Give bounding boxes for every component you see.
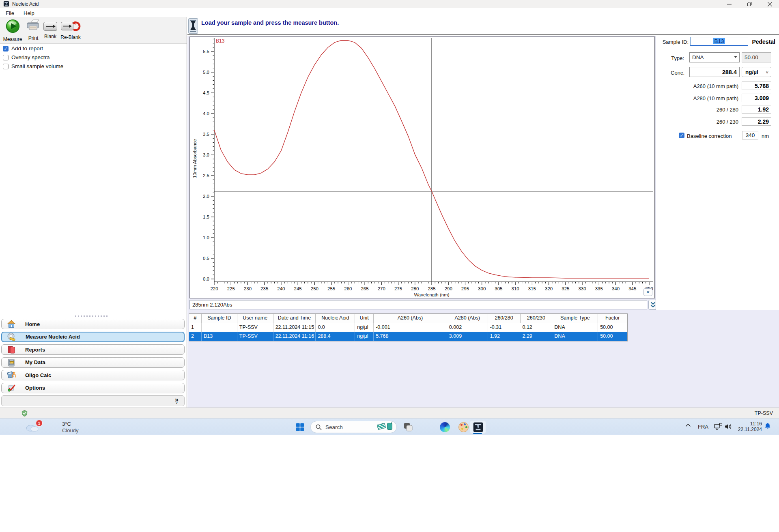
- a260-label: A260 (10 mm path): [656, 83, 738, 89]
- table-cell: 5.768: [374, 332, 447, 341]
- search-placeholder: Search: [325, 424, 343, 430]
- sidebar-item-home[interactable]: Home: [1, 319, 185, 329]
- reblank-button[interactable]: Re-Blank: [59, 19, 82, 43]
- table-cell: 0.12: [520, 323, 552, 332]
- table-header-row: #Sample IDUser nameDate and TimeNucleic …: [189, 314, 627, 323]
- measure-icon: [5, 28, 20, 35]
- blank-button[interactable]: Blank: [42, 19, 58, 43]
- sidebar-item-reports[interactable]: Reports: [1, 344, 185, 355]
- volume-icon[interactable]: [724, 423, 732, 430]
- edge-browser-button[interactable]: [437, 420, 452, 434]
- table-cell: 22.11.2024 11:16: [273, 332, 316, 341]
- menu-bar: File Help: [0, 8, 779, 17]
- table-row[interactable]: 2B13TP-SSV22.11.2024 11:16288.4ng/µl5.76…: [189, 332, 627, 341]
- task-view-button[interactable]: [401, 420, 415, 434]
- results-table: #Sample IDUser nameDate and TimeNucleic …: [189, 313, 628, 341]
- add-to-report-checkbox[interactable]: ✓ Add to report: [3, 45, 43, 51]
- table-cell: TP-SSV: [237, 332, 273, 341]
- search-box[interactable]: Search: [310, 421, 397, 433]
- notification-bell-icon[interactable]: [764, 423, 771, 431]
- table-cell: 288.4: [316, 332, 355, 341]
- blank-arrow-icon: [43, 26, 58, 32]
- series-label: B13: [216, 38, 225, 44]
- toolbar: Measure Print Blank Re-Blank: [0, 17, 187, 44]
- type-factor-field[interactable]: 50.00: [742, 52, 771, 62]
- tray-time: 11:16: [734, 421, 762, 427]
- search-icon: [316, 424, 322, 430]
- restore-button[interactable]: [740, 0, 759, 8]
- baseline-wavelength-field[interactable]: 340: [742, 131, 758, 139]
- absorbance-spectrum-plot: 0.00.51.01.52.02.53.03.54.04.55.05.52202…: [190, 37, 654, 298]
- splitter-handle[interactable]: [75, 315, 108, 317]
- search-highlight-ticket-icon: [377, 423, 386, 430]
- sidebar-collapse-bar[interactable]: » ˅: [1, 395, 185, 406]
- app-icon: [3, 1, 9, 7]
- table-row[interactable]: 1TP-SSV22.11.2024 11:150.0ng/µl-0.0010.0…: [189, 323, 627, 332]
- nucleic-acid-app-button[interactable]: [470, 420, 486, 434]
- x-tick-label: 330: [578, 286, 586, 291]
- message-bar: Load your sample and press the measure b…: [187, 17, 779, 35]
- table-cell: ng/µl: [355, 332, 374, 341]
- edge-icon: [440, 422, 450, 432]
- menu-file[interactable]: File: [3, 9, 17, 17]
- content-area: 0.00.51.01.52.02.53.03.54.04.55.05.52202…: [187, 36, 779, 408]
- x-tick-label: 275: [394, 286, 402, 291]
- column-header: Nucleic Acid: [316, 314, 355, 323]
- network-icon[interactable]: [714, 423, 722, 430]
- collapse-chart-button[interactable]: «: [643, 288, 652, 296]
- table-cell: [202, 323, 237, 332]
- mode-label: Pedestal: [747, 39, 778, 45]
- sidebar-item-options[interactable]: Options: [1, 383, 185, 393]
- ratio-260-280-label: 260 / 280: [656, 107, 738, 113]
- overlay-spectra-checkbox[interactable]: Overlay spectra: [3, 54, 50, 60]
- y-tick-label: 0.0: [203, 277, 209, 281]
- measure-label: Measure: [2, 36, 23, 42]
- small-sample-volume-checkbox[interactable]: Small sample volume: [3, 63, 63, 69]
- sidebar-item-oligo-calc[interactable]: Oligo Calc: [1, 370, 185, 380]
- clock[interactable]: 11:16 22.11.2024: [734, 421, 762, 432]
- tray-chevron-up-icon[interactable]: [685, 423, 691, 428]
- x-tick-label: 285: [428, 286, 435, 291]
- options-icon: [6, 383, 16, 393]
- paint-palette-icon: [458, 422, 469, 432]
- sidebar: HomeMeasure Nucleic AcidReportsMy DataOl…: [0, 315, 187, 408]
- column-header: Factor: [598, 314, 627, 323]
- x-tick-label: 240: [277, 286, 285, 291]
- conc-value: 288.4: [689, 67, 740, 77]
- y-tick-label: 4.5: [203, 90, 209, 95]
- sidebar-item-my-data[interactable]: My Data: [1, 357, 185, 368]
- type-label: Type:: [656, 55, 684, 61]
- title-bar: Nucleic Acid: [0, 0, 779, 8]
- close-button[interactable]: [760, 0, 779, 8]
- checkbox-checked-icon: ✓: [3, 46, 9, 51]
- column-header: Date and Time: [273, 314, 316, 323]
- window-title: Nucleic Acid: [12, 1, 39, 7]
- a280-value: 3.009: [742, 94, 771, 102]
- measure-button[interactable]: Measure: [2, 19, 23, 43]
- print-button[interactable]: Print: [24, 19, 42, 43]
- ratio-260-230-value: 2.29: [742, 117, 771, 126]
- status-message: Load your sample and press the measure b…: [201, 19, 339, 26]
- weather-widget[interactable]: 1 3°C Cloudy: [24, 420, 89, 434]
- x-tick-label: 235: [260, 286, 268, 291]
- baseline-correction-checkbox[interactable]: ✓: [679, 133, 684, 138]
- menu-help[interactable]: Help: [21, 9, 37, 17]
- sidebar-item-label: My Data: [25, 359, 45, 365]
- table-cell: 1.92: [488, 332, 521, 341]
- conc-unit-select[interactable]: ng/µl˅: [742, 67, 771, 77]
- baseline-unit-label: nm: [762, 133, 769, 139]
- active-app-indicator: [473, 433, 482, 434]
- nucleic-acid-app-icon: [473, 422, 484, 433]
- sample-id-input[interactable]: B13: [690, 37, 748, 46]
- home-icon: [6, 319, 16, 329]
- chevron-down-icon: ˅: [766, 70, 768, 75]
- minimize-button[interactable]: [720, 0, 738, 8]
- checkbox-unchecked-icon: [3, 55, 9, 60]
- language-indicator[interactable]: FRA: [698, 424, 708, 430]
- paint-button[interactable]: [456, 420, 471, 434]
- type-select[interactable]: DNA: [689, 52, 740, 62]
- sidebar-item-measure-nucleic-acid[interactable]: Measure Nucleic Acid: [1, 332, 185, 342]
- table-cell: -0.31: [488, 323, 521, 332]
- column-header: User name: [237, 314, 273, 323]
- start-button[interactable]: [294, 421, 306, 433]
